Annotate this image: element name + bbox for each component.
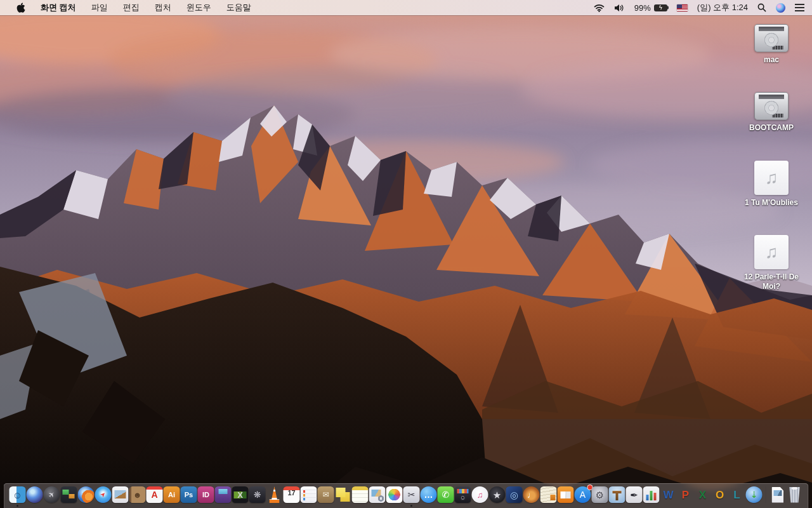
image-capture-icon-art — [369, 486, 386, 503]
dock-mission-control-icon[interactable] — [61, 486, 77, 504]
dock-messages-icon[interactable]: … — [421, 486, 437, 504]
preview-icon-art — [112, 486, 129, 503]
acrobat-icon-art: A — [147, 486, 163, 503]
dock-reminders-icon[interactable] — [301, 486, 317, 504]
trash-icon-art — [789, 487, 801, 503]
dock-safari-icon[interactable]: ➤ — [95, 486, 112, 504]
dock-document-file-icon[interactable] — [769, 486, 786, 504]
menu-bar-clock[interactable]: (일) 오후 1:24 — [697, 0, 748, 15]
dock-keynote-icon[interactable] — [609, 486, 625, 504]
dock-trash-icon[interactable] — [787, 486, 803, 504]
dock-numbers-icon[interactable] — [643, 486, 660, 504]
dock-toast-icon[interactable] — [215, 486, 232, 504]
dock-pages-icon[interactable]: ✒ — [626, 486, 643, 504]
dock-calendar-icon[interactable]: 17 — [284, 486, 300, 504]
menu-capture[interactable]: 캡처 — [147, 0, 179, 15]
dock-contacts-icon[interactable]: ☻ — [129, 486, 146, 504]
dock-outlook-icon[interactable]: O — [712, 486, 728, 504]
lync-icon-art: L — [729, 486, 745, 503]
dock-indesign-icon[interactable]: ID — [198, 486, 214, 504]
dock-imovie-icon[interactable]: ★ — [489, 486, 506, 504]
dock-firefox-icon[interactable] — [78, 486, 95, 504]
dock-illustrator-icon[interactable]: Ai — [164, 486, 180, 504]
dock-system-preferences-icon[interactable]: ⚙ — [592, 486, 608, 504]
menu-edit[interactable]: 편집 — [115, 0, 147, 15]
dock-facetime-icon[interactable]: ✆ — [438, 486, 454, 504]
spotlight-icon[interactable] — [757, 0, 766, 15]
menu-bar: 화면 캡처파일편집캡처윈도우도움말 99% ϟ (일) 오후 1:24 — [0, 0, 812, 15]
battery-status[interactable]: 99% ϟ — [634, 0, 667, 15]
desktop-icon-mac[interactable]: mac — [738, 24, 804, 64]
dock-excel-icon[interactable]: X — [695, 486, 711, 504]
dock-photoshop-icon[interactable]: Ps — [181, 486, 197, 504]
download-manager-icon-art: ⇣ — [746, 486, 763, 503]
system-preferences-icon-art: ⚙ — [592, 486, 608, 503]
photo-booth-icon-art — [455, 486, 471, 503]
desktop-icon-label: 12 Parle-T-Il De Moi? — [738, 272, 804, 291]
dock: ☺✈➤☻AAiPsIDX❋17✉✂…✆♫★◎♩A⚙✒WPXOL⇣ — [4, 483, 809, 508]
dock-preview-icon[interactable] — [112, 486, 129, 504]
dock-download-manager-icon[interactable]: ⇣ — [746, 486, 763, 504]
charging-bolt-icon: ϟ — [659, 5, 662, 11]
desktop-icons: macBOOTCAMP♫1 Tu M'Oublies♫12 Parle-T-Il… — [738, 24, 804, 291]
documents-app-icon-art — [540, 486, 557, 503]
dock-word-icon[interactable]: W — [660, 486, 677, 504]
desktop-icon-tu-moublies[interactable]: ♫1 Tu M'Oublies — [738, 161, 804, 207]
powerpoint-icon-art: P — [678, 486, 694, 503]
reminders-icon-art — [301, 486, 317, 503]
launchpad-icon-art: ✈ — [44, 486, 60, 503]
desktop-icon-label: mac — [764, 55, 779, 64]
volume-icon[interactable] — [614, 0, 625, 15]
dock-siri-icon[interactable] — [27, 486, 43, 504]
menu-file[interactable]: 파일 — [84, 0, 115, 15]
dock-idvd-icon[interactable]: ◎ — [506, 486, 523, 504]
dock-app-store-icon[interactable]: A — [575, 486, 591, 504]
apple-logo-icon — [16, 3, 25, 13]
contacts-icon-art: ☻ — [129, 486, 146, 503]
audio-file-icon: ♫ — [754, 235, 789, 269]
idvd-icon-art: ◎ — [506, 486, 523, 503]
menu-window[interactable]: 윈도우 — [179, 0, 219, 15]
apple-menu[interactable] — [9, 0, 33, 15]
imovie-icon-art: ★ — [489, 486, 506, 503]
notification-center-icon[interactable] — [795, 4, 804, 11]
siri-icon[interactable] — [776, 3, 785, 13]
ibooks-icon-art — [558, 486, 574, 503]
menu-help[interactable]: 도움말 — [219, 0, 259, 15]
dock-documents-app-icon[interactable] — [540, 486, 557, 504]
dock-powerpoint-icon[interactable]: P — [678, 486, 694, 504]
desktop-icon-label: BOOTCAMP — [749, 123, 794, 132]
calendar-icon-art: 17 — [284, 486, 300, 503]
dock-photos-icon[interactable] — [386, 486, 403, 504]
wifi-icon[interactable] — [594, 0, 605, 15]
dock-image-capture-icon[interactable] — [369, 486, 386, 504]
dock-lync-icon[interactable]: L — [729, 486, 745, 504]
illustrator-icon-art: Ai — [164, 486, 180, 503]
app-menus: 화면 캡처파일편집캡처윈도우도움말 — [33, 0, 259, 15]
dock-grab-screen-capture-icon[interactable]: ✂ — [403, 486, 420, 504]
dock-stickies-icon[interactable] — [335, 486, 351, 504]
dock-fan-utility-icon[interactable]: ❋ — [249, 486, 266, 504]
desktop-icon-parle-t-il-de-moi[interactable]: ♫12 Parle-T-Il De Moi? — [738, 235, 804, 291]
hard-drive-icon — [754, 24, 789, 52]
dock-launchpad-icon[interactable]: ✈ — [44, 486, 60, 504]
notes-icon-art — [352, 486, 369, 503]
us-flag-input-icon[interactable] — [677, 4, 688, 11]
hard-drive-icon — [754, 92, 789, 120]
battery-percent-label: 99% — [634, 3, 651, 13]
word-icon-art: W — [660, 486, 677, 503]
dock-itunes-icon[interactable]: ♫ — [472, 486, 488, 504]
dock-separator — [766, 486, 766, 503]
menu-app[interactable]: 화면 캡처 — [33, 0, 84, 15]
dock-garageband-icon[interactable]: ♩ — [523, 486, 540, 504]
dock-ibooks-icon[interactable] — [558, 486, 574, 504]
dock-vlc-icon[interactable] — [266, 486, 283, 504]
dock-notes-icon[interactable] — [352, 486, 369, 504]
dock-app-x-icon[interactable]: X — [232, 486, 249, 504]
dock-archive-utility-icon[interactable]: ✉ — [318, 486, 334, 504]
dock-photo-booth-icon[interactable] — [455, 486, 471, 504]
desktop-icon-bootcamp[interactable]: BOOTCAMP — [738, 92, 804, 132]
dock-acrobat-icon[interactable]: A — [147, 486, 163, 504]
photoshop-icon-art: Ps — [181, 486, 197, 503]
dock-finder-icon[interactable]: ☺ — [10, 486, 26, 504]
